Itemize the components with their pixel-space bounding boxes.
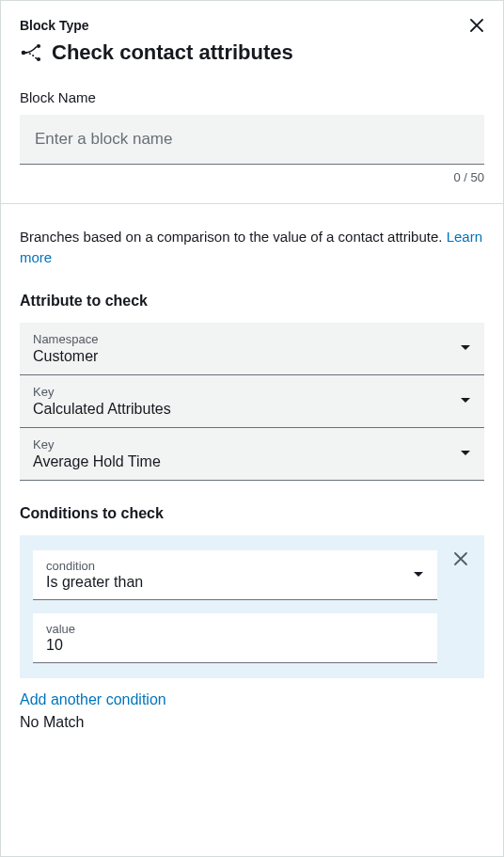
remove-condition-button[interactable] — [450, 548, 471, 569]
value-label: value — [46, 622, 424, 636]
close-icon — [468, 17, 485, 34]
select-value: Calculated Attributes — [33, 401, 471, 418]
panel-body: Branches based on a comparison to the va… — [1, 204, 503, 740]
select-value: Average Hold Time — [33, 453, 471, 470]
value-value: 10 — [46, 637, 424, 654]
chevron-down-icon — [460, 450, 471, 457]
block-type-label: Block Type — [20, 18, 484, 33]
close-panel-button[interactable] — [465, 14, 488, 37]
panel-title: Check contact attributes — [52, 40, 293, 65]
block-name-label: Block Name — [20, 89, 484, 105]
chevron-down-icon — [460, 397, 471, 405]
branches-icon — [20, 43, 42, 62]
condition-value: Is greater than — [46, 574, 424, 591]
select-label: Namespace — [33, 332, 471, 346]
attribute-select-group: Namespace Customer Key Calculated Attrib… — [20, 323, 484, 481]
attribute-heading: Attribute to check — [20, 293, 484, 309]
svg-point-2 — [37, 57, 40, 61]
condition-select[interactable]: condition Is greater than — [33, 550, 437, 600]
svg-point-0 — [22, 51, 26, 56]
panel-header: Block Type Check contact attributes — [1, 1, 503, 82]
select-label: Key — [33, 437, 471, 452]
block-name-input[interactable] — [20, 115, 484, 165]
chevron-down-icon — [413, 571, 424, 579]
svg-point-1 — [37, 44, 40, 48]
select-value: Customer — [33, 348, 471, 365]
block-name-section: Block Name 0 / 50 — [1, 82, 503, 194]
key-select-1[interactable]: Key Calculated Attributes — [20, 375, 484, 428]
conditions-heading: Conditions to check — [20, 505, 484, 522]
add-condition-link[interactable]: Add another condition — [20, 691, 484, 708]
select-label: Key — [33, 385, 471, 399]
close-icon — [453, 551, 468, 566]
description-text: Branches based on a comparison to the va… — [20, 229, 447, 245]
namespace-select[interactable]: Namespace Customer — [20, 323, 484, 375]
condition-value-input[interactable]: value 10 — [33, 613, 437, 663]
panel-title-row: Check contact attributes — [20, 40, 484, 65]
block-name-counter: 0 / 50 — [20, 170, 484, 184]
condition-label: condition — [46, 559, 424, 573]
block-description: Branches based on a comparison to the va… — [20, 227, 484, 268]
key-select-2[interactable]: Key Average Hold Time — [20, 428, 484, 481]
no-match-label: No Match — [20, 714, 484, 731]
condition-card: condition Is greater than value 10 — [20, 535, 484, 678]
chevron-down-icon — [460, 344, 471, 352]
